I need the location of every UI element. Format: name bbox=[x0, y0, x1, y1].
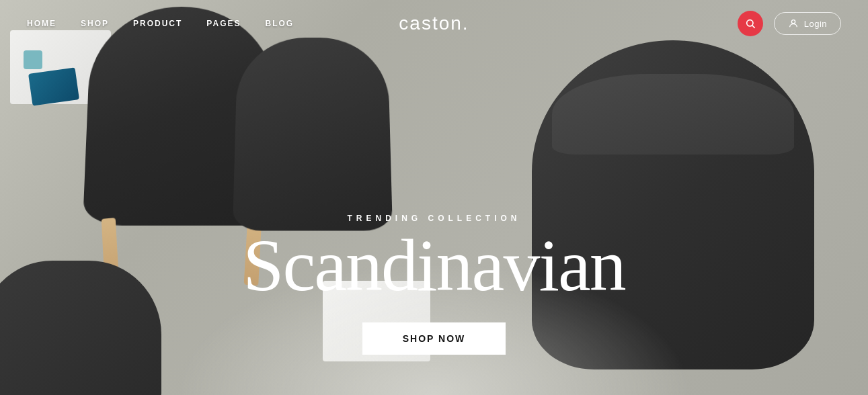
nav-right: Login bbox=[738, 11, 841, 36]
shop-now-button[interactable]: Shop now bbox=[362, 322, 506, 355]
chair-back-mid bbox=[233, 38, 393, 231]
hero-title: Scandinavian bbox=[199, 228, 670, 302]
user-icon bbox=[788, 18, 799, 29]
nav-item-product[interactable]: PRODUCT bbox=[133, 19, 182, 28]
nav-item-shop[interactable]: SHOP bbox=[81, 19, 109, 28]
svg-point-0 bbox=[746, 20, 752, 26]
nav-item-pages[interactable]: PAGES bbox=[206, 19, 241, 28]
nav-left: HOME SHOP PRODUCT PAGES BLOG bbox=[27, 19, 294, 28]
svg-line-1 bbox=[752, 26, 755, 28]
phone-decoration bbox=[28, 67, 79, 105]
login-button[interactable]: Login bbox=[774, 12, 841, 35]
hero-content: TRENDING COLLECTION Scandinavian Shop no… bbox=[199, 214, 670, 355]
svg-point-2 bbox=[791, 20, 795, 24]
chair-bottom-left bbox=[0, 261, 161, 395]
nav-item-home[interactable]: HOME bbox=[27, 19, 56, 28]
trending-label: TRENDING COLLECTION bbox=[199, 214, 670, 223]
cup-decoration bbox=[24, 50, 42, 69]
hero-section: HOME SHOP PRODUCT PAGES BLOG caston. Log… bbox=[0, 0, 868, 395]
login-label: Login bbox=[804, 19, 827, 29]
search-button[interactable] bbox=[738, 11, 763, 36]
nav-item-blog[interactable]: BLOG bbox=[265, 19, 294, 28]
site-logo[interactable]: caston. bbox=[399, 13, 469, 34]
navbar: HOME SHOP PRODUCT PAGES BLOG caston. Log… bbox=[0, 0, 868, 47]
search-icon bbox=[745, 18, 756, 29]
